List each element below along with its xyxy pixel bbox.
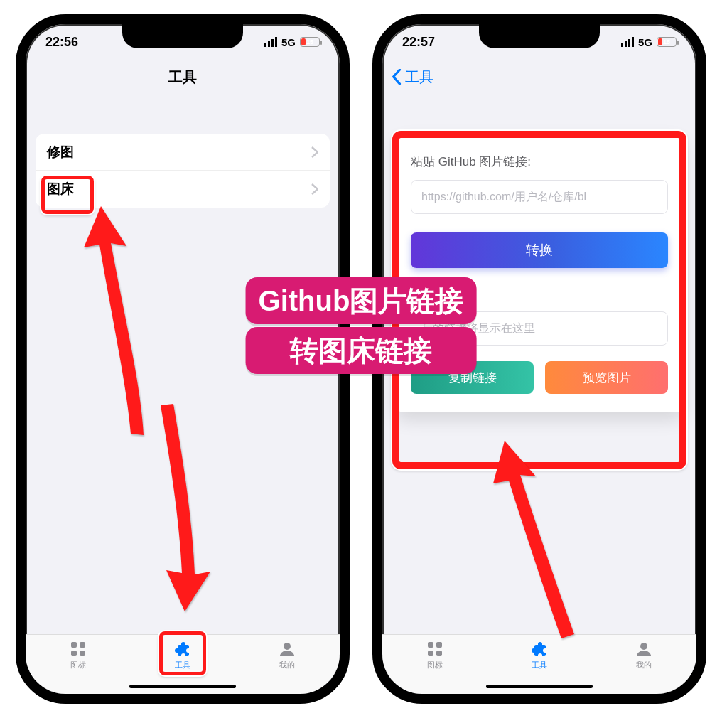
tab-profile[interactable]: 我的 <box>634 641 654 670</box>
home-indicator[interactable] <box>129 685 236 688</box>
person-icon <box>634 641 654 658</box>
annotation-highlight-tab-tools <box>159 631 206 675</box>
tab-label: 图标 <box>70 660 86 670</box>
battery-icon: 15 <box>657 37 677 47</box>
chevron-left-icon <box>391 69 402 85</box>
status-network: 5G <box>281 36 296 48</box>
battery-level: 15 <box>301 38 319 46</box>
svg-rect-7 <box>428 651 433 656</box>
svg-rect-6 <box>436 642 442 648</box>
annotation-arrow-up-right <box>483 441 583 643</box>
svg-point-9 <box>640 643 647 650</box>
list-item-label: 修图 <box>47 143 74 161</box>
chevron-right-icon <box>311 183 318 195</box>
back-button[interactable]: 工具 <box>391 68 433 87</box>
grid-icon <box>425 641 445 658</box>
tab-label: 我的 <box>636 660 652 670</box>
person-icon <box>277 641 297 658</box>
svg-rect-5 <box>428 642 433 648</box>
tab-label: 我的 <box>279 660 295 670</box>
grid-icon <box>68 641 88 658</box>
back-label: 工具 <box>405 68 433 87</box>
annotation-text-line2: 转图床链接 <box>246 327 477 374</box>
status-network: 5G <box>638 36 652 48</box>
svg-rect-8 <box>436 651 442 656</box>
notch <box>122 24 243 48</box>
chevron-right-icon <box>311 146 318 158</box>
status-time: 22:57 <box>402 35 435 50</box>
puzzle-icon <box>529 641 549 658</box>
navbar: 工具 <box>26 61 340 92</box>
svg-rect-2 <box>71 651 77 656</box>
svg-rect-3 <box>80 651 85 656</box>
annotation-bubble: Github图片链接 转图床链接 <box>246 277 477 377</box>
annotation-text-line1: Github图片链接 <box>246 277 477 324</box>
tab-icons[interactable]: 图标 <box>425 641 445 670</box>
tabbar: 图标 工具 我的 <box>382 634 696 694</box>
list-item-retouch[interactable]: 修图 <box>36 134 330 171</box>
tab-tools[interactable]: 工具 <box>529 641 549 670</box>
tab-profile[interactable]: 我的 <box>277 641 297 670</box>
page-title: 工具 <box>168 68 197 87</box>
svg-rect-0 <box>71 642 77 648</box>
svg-point-4 <box>284 643 291 650</box>
tab-label: 图标 <box>427 660 443 670</box>
notch <box>479 24 600 48</box>
signal-icon <box>264 37 277 47</box>
navbar: 工具 <box>382 61 696 92</box>
battery-icon: 15 <box>300 37 320 47</box>
annotation-arrow-down-left <box>142 398 220 614</box>
signal-icon <box>621 37 634 47</box>
tab-label: 工具 <box>532 660 547 670</box>
home-indicator[interactable] <box>486 685 593 688</box>
svg-rect-1 <box>80 642 85 648</box>
tab-icons[interactable]: 图标 <box>68 641 88 670</box>
status-time: 22:56 <box>45 35 78 50</box>
battery-level: 15 <box>657 38 676 46</box>
